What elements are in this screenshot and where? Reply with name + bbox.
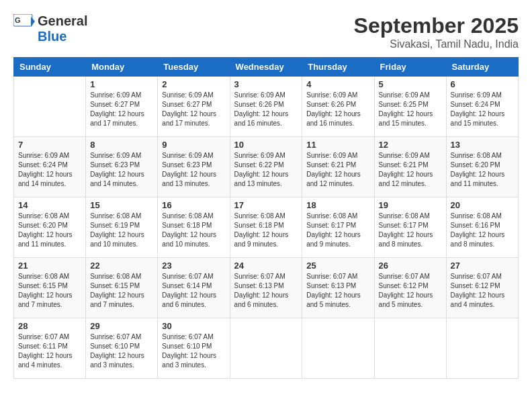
day-info: Sunrise: 6:09 AM Sunset: 6:23 PM Dayligh… [162, 151, 225, 189]
day-number: 23 [162, 261, 225, 271]
day-number: 27 [451, 261, 514, 271]
day-info: Sunrise: 6:09 AM Sunset: 6:24 PM Dayligh… [451, 91, 514, 128]
day-number: 2 [162, 79, 225, 89]
calendar-cell: 1Sunrise: 6:09 AM Sunset: 6:27 PM Daylig… [86, 77, 158, 137]
day-header-saturday: Saturday [446, 58, 518, 77]
calendar-cell: 17Sunrise: 6:08 AM Sunset: 6:18 PM Dayli… [230, 197, 302, 258]
calendar-cell [374, 318, 446, 379]
calendar-cell: 23Sunrise: 6:07 AM Sunset: 6:14 PM Dayli… [158, 258, 230, 318]
day-number: 4 [306, 79, 369, 89]
calendar-title: September 2025 [354, 13, 519, 38]
day-number: 12 [379, 140, 442, 150]
day-info: Sunrise: 6:09 AM Sunset: 6:21 PM Dayligh… [379, 151, 442, 189]
day-number: 26 [379, 261, 442, 271]
day-info: Sunrise: 6:07 AM Sunset: 6:10 PM Dayligh… [90, 332, 153, 370]
day-info: Sunrise: 6:08 AM Sunset: 6:20 PM Dayligh… [451, 151, 514, 189]
day-info: Sunrise: 6:08 AM Sunset: 6:20 PM Dayligh… [18, 212, 81, 249]
day-number: 15 [90, 200, 153, 210]
day-number: 16 [162, 200, 225, 210]
day-info: Sunrise: 6:09 AM Sunset: 6:26 PM Dayligh… [234, 91, 298, 128]
day-info: Sunrise: 6:08 AM Sunset: 6:17 PM Dayligh… [379, 212, 442, 249]
day-number: 10 [234, 140, 298, 150]
calendar-cell [302, 318, 374, 379]
calendar-cell: 5Sunrise: 6:09 AM Sunset: 6:25 PM Daylig… [374, 77, 446, 137]
calendar-cell: 15Sunrise: 6:08 AM Sunset: 6:19 PM Dayli… [86, 197, 158, 258]
calendar-cell: 9Sunrise: 6:09 AM Sunset: 6:23 PM Daylig… [158, 137, 230, 197]
day-number: 13 [451, 140, 514, 150]
calendar-cell: 16Sunrise: 6:08 AM Sunset: 6:18 PM Dayli… [158, 197, 230, 258]
week-row-3: 14Sunrise: 6:08 AM Sunset: 6:20 PM Dayli… [14, 197, 519, 258]
day-number: 1 [90, 79, 153, 89]
calendar-cell: 12Sunrise: 6:09 AM Sunset: 6:21 PM Dayli… [374, 137, 446, 197]
calendar-cell: 8Sunrise: 6:09 AM Sunset: 6:23 PM Daylig… [86, 137, 158, 197]
day-number: 9 [162, 140, 225, 150]
day-number: 5 [379, 79, 442, 89]
calendar-cell [14, 77, 86, 137]
calendar-subtitle: Sivakasi, Tamil Nadu, India [354, 38, 519, 50]
day-header-sunday: Sunday [14, 58, 86, 77]
calendar-cell: 4Sunrise: 6:09 AM Sunset: 6:26 PM Daylig… [302, 77, 374, 137]
day-number: 28 [18, 321, 81, 331]
calendar-cell: 24Sunrise: 6:07 AM Sunset: 6:13 PM Dayli… [230, 258, 302, 318]
day-info: Sunrise: 6:09 AM Sunset: 6:21 PM Dayligh… [306, 151, 369, 189]
calendar-cell: 19Sunrise: 6:08 AM Sunset: 6:17 PM Dayli… [374, 197, 446, 258]
day-number: 29 [90, 321, 153, 331]
logo-general-text: General [38, 13, 87, 29]
calendar-table: SundayMondayTuesdayWednesdayThursdayFrid… [13, 57, 519, 379]
day-info: Sunrise: 6:07 AM Sunset: 6:12 PM Dayligh… [451, 272, 514, 310]
day-info: Sunrise: 6:07 AM Sunset: 6:14 PM Dayligh… [162, 272, 225, 310]
calendar-cell: 10Sunrise: 6:09 AM Sunset: 6:22 PM Dayli… [230, 137, 302, 197]
page-header: G General Blue September 2025 Sivakasi, … [13, 13, 519, 50]
calendar-cell [230, 318, 302, 379]
day-number: 19 [379, 200, 442, 210]
day-number: 18 [306, 200, 369, 210]
calendar-cell: 13Sunrise: 6:08 AM Sunset: 6:20 PM Dayli… [446, 137, 518, 197]
day-info: Sunrise: 6:09 AM Sunset: 6:22 PM Dayligh… [234, 151, 298, 189]
calendar-cell: 22Sunrise: 6:08 AM Sunset: 6:15 PM Dayli… [86, 258, 158, 318]
day-info: Sunrise: 6:09 AM Sunset: 6:24 PM Dayligh… [18, 151, 81, 189]
calendar-cell: 27Sunrise: 6:07 AM Sunset: 6:12 PM Dayli… [446, 258, 518, 318]
day-info: Sunrise: 6:08 AM Sunset: 6:18 PM Dayligh… [162, 212, 225, 249]
calendar-header-row: SundayMondayTuesdayWednesdayThursdayFrid… [14, 58, 519, 77]
logo-blue-text: Blue [38, 29, 66, 44]
calendar-cell: 26Sunrise: 6:07 AM Sunset: 6:12 PM Dayli… [374, 258, 446, 318]
day-info: Sunrise: 6:07 AM Sunset: 6:10 PM Dayligh… [162, 332, 225, 370]
week-row-1: 1Sunrise: 6:09 AM Sunset: 6:27 PM Daylig… [14, 77, 519, 137]
calendar-cell: 6Sunrise: 6:09 AM Sunset: 6:24 PM Daylig… [446, 77, 518, 137]
week-row-5: 28Sunrise: 6:07 AM Sunset: 6:11 PM Dayli… [14, 318, 519, 379]
day-info: Sunrise: 6:09 AM Sunset: 6:27 PM Dayligh… [90, 91, 153, 128]
calendar-cell: 2Sunrise: 6:09 AM Sunset: 6:27 PM Daylig… [158, 77, 230, 137]
day-number: 24 [234, 261, 298, 271]
day-number: 25 [306, 261, 369, 271]
day-info: Sunrise: 6:09 AM Sunset: 6:23 PM Dayligh… [90, 151, 153, 189]
calendar-cell: 29Sunrise: 6:07 AM Sunset: 6:10 PM Dayli… [86, 318, 158, 379]
day-number: 20 [451, 200, 514, 210]
day-header-tuesday: Tuesday [158, 58, 230, 77]
svg-marker-1 [31, 17, 35, 26]
day-number: 21 [18, 261, 81, 271]
calendar-cell: 7Sunrise: 6:09 AM Sunset: 6:24 PM Daylig… [14, 137, 86, 197]
day-info: Sunrise: 6:08 AM Sunset: 6:19 PM Dayligh… [90, 212, 153, 249]
day-number: 22 [90, 261, 153, 271]
day-info: Sunrise: 6:08 AM Sunset: 6:16 PM Dayligh… [451, 212, 514, 249]
svg-text:G: G [15, 16, 21, 24]
day-header-thursday: Thursday [302, 58, 374, 77]
day-header-wednesday: Wednesday [230, 58, 302, 77]
calendar-cell: 14Sunrise: 6:08 AM Sunset: 6:20 PM Dayli… [14, 197, 86, 258]
calendar-cell: 30Sunrise: 6:07 AM Sunset: 6:10 PM Dayli… [158, 318, 230, 379]
day-info: Sunrise: 6:07 AM Sunset: 6:11 PM Dayligh… [18, 332, 81, 370]
day-number: 7 [18, 140, 81, 150]
day-number: 6 [451, 79, 514, 89]
week-row-4: 21Sunrise: 6:08 AM Sunset: 6:15 PM Dayli… [14, 258, 519, 318]
day-number: 8 [90, 140, 153, 150]
day-number: 17 [234, 200, 298, 210]
day-info: Sunrise: 6:09 AM Sunset: 6:27 PM Dayligh… [162, 91, 225, 128]
day-number: 14 [18, 200, 81, 210]
calendar-cell: 11Sunrise: 6:09 AM Sunset: 6:21 PM Dayli… [302, 137, 374, 197]
logo-icon: G [13, 14, 35, 29]
calendar-cell: 21Sunrise: 6:08 AM Sunset: 6:15 PM Dayli… [14, 258, 86, 318]
calendar-cell: 28Sunrise: 6:07 AM Sunset: 6:11 PM Dayli… [14, 318, 86, 379]
day-info: Sunrise: 6:07 AM Sunset: 6:12 PM Dayligh… [379, 272, 442, 310]
day-info: Sunrise: 6:07 AM Sunset: 6:13 PM Dayligh… [234, 272, 298, 310]
day-info: Sunrise: 6:08 AM Sunset: 6:17 PM Dayligh… [306, 212, 369, 249]
